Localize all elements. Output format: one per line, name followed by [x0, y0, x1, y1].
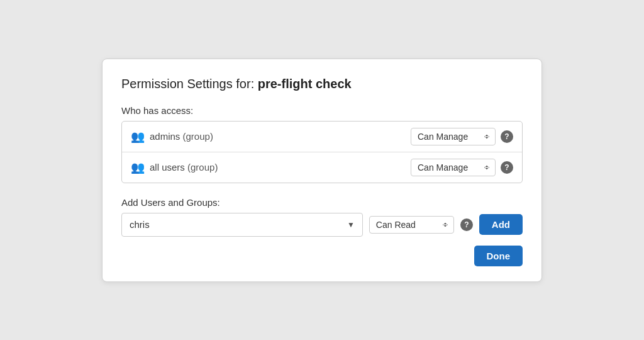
user-dropdown-value: chris: [130, 219, 150, 230]
help-icon-admins[interactable]: ?: [501, 130, 513, 143]
group-label-admins: (group): [183, 131, 213, 142]
access-row-user-admins: admins (group): [150, 131, 213, 142]
add-permission-select[interactable]: Can Read Can Manage Can Comment: [369, 216, 454, 234]
add-row: chris ▼ Can Read Can Manage Can Comment …: [121, 213, 523, 237]
access-row-name-allusers: 👥 all users (group): [131, 161, 411, 174]
access-row-admins: 👥 admins (group) Can Manage Can Read Can…: [122, 122, 522, 152]
help-icon-add[interactable]: ?: [460, 218, 473, 231]
bottom-row: Done: [121, 246, 523, 266]
chevron-down-icon: ▼: [347, 220, 355, 229]
access-row-allusers: 👥 all users (group) Can Manage Can Read …: [122, 152, 522, 183]
add-section: Add Users and Groups: chris ▼ Can Read C…: [121, 197, 523, 237]
done-button[interactable]: Done: [474, 246, 523, 266]
group-label-allusers: (group): [187, 162, 218, 173]
permission-settings-dialog: Permission Settings for: pre-flight chec…: [102, 59, 542, 282]
dialog-title: Permission Settings for: pre-flight chec…: [121, 77, 523, 91]
dialog-title-prefix: Permission Settings for:: [121, 77, 258, 91]
permission-select-admins[interactable]: Can Manage Can Read Can Comment: [411, 128, 496, 145]
add-button[interactable]: Add: [479, 214, 523, 235]
access-row-name-admins: 👥 admins (group): [131, 130, 411, 144]
add-section-label: Add Users and Groups:: [121, 197, 523, 208]
user-dropdown[interactable]: chris ▼: [121, 213, 363, 237]
access-table: 👥 admins (group) Can Manage Can Read Can…: [121, 121, 523, 183]
group-icon-admins: 👥: [131, 130, 145, 144]
permission-select-allusers[interactable]: Can Manage Can Read Can Comment: [411, 159, 496, 176]
access-row-user-allusers: all users (group): [150, 162, 218, 173]
help-icon-allusers[interactable]: ?: [501, 161, 513, 174]
access-row-controls-allusers: Can Manage Can Read Can Comment ?: [411, 159, 513, 176]
group-icon-allusers: 👥: [131, 161, 145, 174]
dialog-title-bold: pre-flight check: [258, 77, 352, 91]
access-row-controls-admins: Can Manage Can Read Can Comment ?: [411, 128, 513, 145]
who-has-access-label: Who has access:: [121, 105, 523, 116]
